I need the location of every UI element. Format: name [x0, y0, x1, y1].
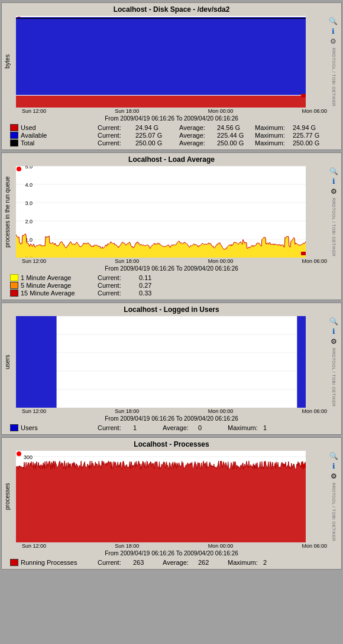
- zoom-icon-proc[interactable]: 🔍: [329, 452, 338, 460]
- proc-color-swatch: [10, 559, 18, 566]
- logged-users-panel: Localhost - Logged in Users users 🔍 ℹ ⚙ …: [1, 303, 342, 435]
- processes-y-label: processes: [4, 451, 16, 542]
- load-average-panel: Localhost - Load Average processes in th…: [1, 152, 342, 300]
- disk-space-title: Localhost - Disk Space - /dev/sda2: [4, 5, 339, 14]
- proc-time-labels: Sun 12:00 Sun 18:00 Mon 00:00 Mon 06:00: [22, 543, 327, 549]
- available-label: Available: [21, 132, 98, 139]
- zoom-icon-users[interactable]: 🔍: [329, 317, 338, 326]
- processes-panel: Localhost - Processes processes 🔍 ℹ ⚙ RR…: [1, 437, 342, 570]
- proc-legend: Running Processes Current: 263 Average: …: [10, 559, 339, 566]
- settings-icon-proc[interactable]: ⚙: [331, 472, 337, 480]
- zoom-icon-disk[interactable]: 🔍: [329, 17, 338, 25]
- 15min-label: 15 Minute Average: [21, 290, 98, 297]
- legend-row-running-proc: Running Processes Current: 263 Average: …: [10, 559, 339, 566]
- legend-row-1min: 1 Minute Average Current: 0.11: [10, 274, 339, 281]
- users-legend: Users Current: 1 Average: 0 Maximum: 1: [10, 424, 339, 431]
- 15min-color-swatch: [10, 290, 18, 297]
- load-date-range: From 2009/04/19 06:16:26 To 2009/04/20 0…: [4, 265, 339, 272]
- disk-time-labels: Sun 12:00 Sun 18:00 Mon 00:00 Mon 06:00: [22, 108, 327, 114]
- settings-icon-load[interactable]: ⚙: [331, 187, 337, 196]
- info-icon-disk[interactable]: ℹ: [332, 27, 335, 35]
- info-icon-users[interactable]: ℹ: [332, 327, 335, 336]
- legend-row-available: Available Current: 225.07 G Average: 225…: [10, 132, 339, 139]
- total-label: Total: [21, 139, 98, 147]
- load-average-title: Localhost - Load Average: [4, 155, 339, 164]
- settings-icon-users[interactable]: ⚙: [331, 337, 337, 346]
- users-y-label: users: [4, 316, 16, 408]
- load-legend: 1 Minute Average Current: 0.11 5 Minute …: [10, 274, 339, 297]
- total-stats: Current: 250.00 G Average: 250.00 G Maxi…: [98, 139, 328, 147]
- disk-legend: Used Current: 24.94 G Average: 24.56 G M…: [10, 124, 339, 147]
- disk-date-range: From 2009/04/19 06:16:26 To 2009/04/20 0…: [4, 115, 339, 122]
- legend-row-users: Users Current: 1 Average: 0 Maximum: 1: [10, 424, 339, 431]
- rotated-label-proc: RRDTOOL / TOBI OETIKER: [332, 483, 336, 541]
- logged-users-chart: [16, 316, 306, 408]
- info-icon-load[interactable]: ℹ: [332, 177, 335, 186]
- disk-space-panel: Localhost - Disk Space - /dev/sda2 bytes…: [1, 2, 342, 150]
- zoom-icon-load[interactable]: 🔍: [329, 167, 338, 175]
- info-icon-proc[interactable]: ℹ: [332, 462, 335, 470]
- available-stats: Current: 225.07 G Average: 225.44 G Maxi…: [98, 132, 328, 139]
- disk-space-y-label: bytes: [4, 16, 16, 108]
- legend-row-total: Total Current: 250.00 G Average: 250.00 …: [10, 139, 339, 147]
- proc-date-range: From 2009/04/19 06:16:26 To 2009/04/20 0…: [4, 550, 339, 557]
- rotated-label-load: RRDTOOL / TOBI OETIKER: [332, 198, 336, 256]
- load-time-labels: Sun 12:00 Sun 18:00 Mon 00:00 Mon 06:00: [22, 258, 327, 264]
- proc-label: Running Processes: [21, 559, 98, 566]
- logged-users-title: Localhost - Logged in Users: [4, 305, 339, 314]
- used-label: Used: [21, 124, 98, 131]
- 5min-label: 5 Minute Average: [21, 282, 98, 289]
- users-time-labels: Sun 12:00 Sun 18:00 Mon 00:00 Mon 06:00: [22, 408, 327, 414]
- users-label: Users: [21, 424, 98, 431]
- settings-icon-disk[interactable]: ⚙: [330, 37, 336, 45]
- total-color-swatch: [10, 139, 18, 147]
- legend-row-15min: 15 Minute Average Current: 0.33: [10, 290, 339, 297]
- rotated-label-disk: RRDTOOL / TOBI OETIKER: [332, 48, 336, 106]
- used-stats: Current: 24.94 G Average: 24.56 G Maximu…: [98, 124, 328, 131]
- legend-row-5min: 5 Minute Average Current: 0.27: [10, 282, 339, 289]
- used-color-swatch: [10, 124, 18, 131]
- available-color-swatch: [10, 132, 18, 139]
- 1min-label: 1 Minute Average: [21, 274, 98, 281]
- legend-row-used: Used Current: 24.94 G Average: 24.56 G M…: [10, 124, 339, 131]
- processes-chart: [16, 451, 306, 542]
- disk-space-chart: [16, 16, 306, 108]
- 1min-color-swatch: [10, 274, 18, 281]
- load-average-chart: [16, 166, 306, 258]
- users-color-swatch: [10, 424, 18, 431]
- load-y-label: processes in the run queue: [4, 166, 16, 258]
- rotated-label-users: RRDTOOL / TOBI OETIKER: [332, 348, 336, 406]
- processes-title: Localhost - Processes: [4, 440, 339, 448]
- users-date-range: From 2009/04/19 06:16:26 To 2009/04/20 0…: [4, 415, 339, 422]
- 5min-color-swatch: [10, 282, 18, 289]
